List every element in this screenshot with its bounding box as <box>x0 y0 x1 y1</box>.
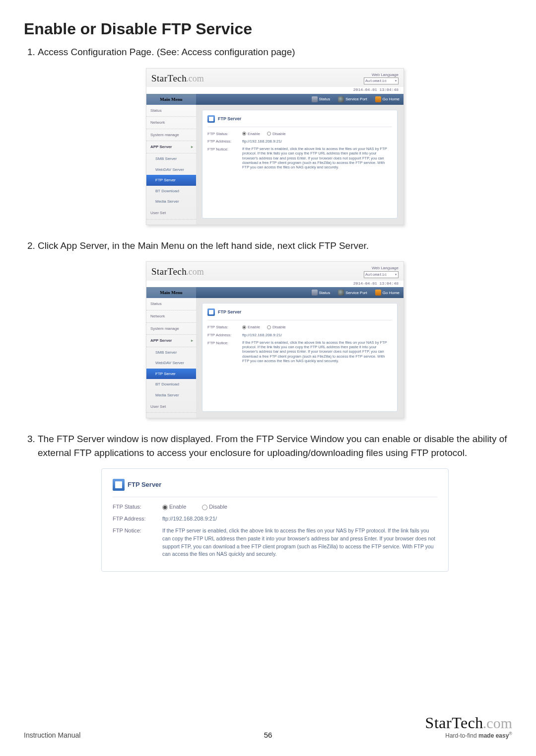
sidebar-item-webdav[interactable]: WebDAV Server <box>146 164 196 175</box>
ftp-address-label: FTP Address: <box>207 139 242 145</box>
tab-go-home[interactable]: Go Home <box>371 94 403 105</box>
status-icon <box>312 96 318 102</box>
ftp-notice-text: If the FTP server is enabled, click the … <box>162 527 437 558</box>
sidebar-item-system[interactable]: System manage <box>146 129 196 142</box>
ftp-status-label: FTP Status: <box>113 503 162 511</box>
app-timestamp: 2014-04-01 13:04:48 <box>146 281 403 288</box>
tab-status[interactable]: Status <box>308 94 335 105</box>
step-1: Access Configuration Page. (See: Access … <box>38 45 512 225</box>
ftp-server-icon <box>113 479 125 491</box>
sidebar-item-smb[interactable]: SMB Server <box>146 347 196 358</box>
sidebar-item-user[interactable]: User Set <box>146 207 196 220</box>
ftp-server-icon <box>207 115 215 123</box>
main-menu-header: Main Menu <box>146 287 196 298</box>
step-3: The FTP Server window is now displayed. … <box>38 432 512 572</box>
status-icon <box>312 290 318 296</box>
step-2: Click App Server, in the Main Menu on th… <box>38 239 512 419</box>
lang-label: Web Language <box>364 265 399 271</box>
sidebar-item-network[interactable]: Network <box>146 310 196 323</box>
sidebar-item-user[interactable]: User Set <box>146 401 196 413</box>
ftp-status-label: FTP Status: <box>207 324 242 330</box>
lang-label: Web Language <box>364 72 399 78</box>
tab-service-port[interactable]: Service Port <box>334 94 371 105</box>
page-title: Enable or Disable FTP Service <box>24 20 512 38</box>
ftp-panel-small: FTP Server FTP Status: Enable Disable FT… <box>202 110 398 219</box>
sidebar-item-webdav[interactable]: WebDAV Server <box>146 358 196 369</box>
tab-service-port[interactable]: Service Port <box>334 287 371 298</box>
tab-go-home[interactable]: Go Home <box>371 287 403 298</box>
app-logo: StarTech.com <box>151 72 204 85</box>
app-logo: StarTech.com <box>151 265 204 279</box>
sidebar-item-media[interactable]: Media Server <box>146 390 196 401</box>
ftp-notice-text: If the FTP server is enabled, click the … <box>242 147 392 170</box>
ftp-enable-radio[interactable]: Enable <box>242 324 260 330</box>
ftp-disable-radio[interactable]: Disable <box>267 324 286 330</box>
footer-page-number: 56 <box>264 731 272 739</box>
sidebar-item-smb[interactable]: SMB Server <box>146 153 196 164</box>
sidebar-item-status[interactable]: Status <box>146 105 196 117</box>
ftp-notice-label: FTP Notice: <box>207 147 242 170</box>
main-menu-header: Main Menu <box>146 94 196 105</box>
lang-select[interactable]: Automatic <box>364 271 399 278</box>
app-timestamp: 2014-04-01 13:04:48 <box>146 87 403 94</box>
side-menu: Status Network System manage APP Server … <box>146 105 196 225</box>
step-1-text: Access Configuration Page. (See: Access … <box>38 47 295 57</box>
app-screenshot-2: StarTech.com Web Language Automatic 2014… <box>146 261 404 418</box>
tab-status[interactable]: Status <box>308 287 335 298</box>
ftp-panel-small: FTP Server FTP Status: Enable Disable FT… <box>202 303 398 412</box>
home-icon <box>375 290 381 296</box>
sidebar-item-ftp[interactable]: FTP Server <box>146 369 196 379</box>
ftp-server-icon <box>207 308 215 316</box>
ftp-address-link[interactable]: ftp://192.168.208.9:21/ <box>242 139 282 145</box>
ftp-notice-label: FTP Notice: <box>207 340 242 364</box>
footer-logo: StarTech.com Hard-to-find made easy® <box>425 714 512 739</box>
ftp-header: FTP Server <box>128 480 161 490</box>
ftp-address-label: FTP Address: <box>207 332 242 338</box>
sidebar-item-bt[interactable]: BT Download <box>146 379 196 390</box>
ftp-enable-radio[interactable]: Enable <box>162 503 186 511</box>
ftp-address-label: FTP Address: <box>113 515 162 523</box>
side-menu: Status Network System manage APP Server … <box>146 298 196 418</box>
sidebar-item-media[interactable]: Media Server <box>146 196 196 207</box>
sidebar-item-network[interactable]: Network <box>146 117 196 129</box>
ftp-notice-label: FTP Notice: <box>113 527 162 558</box>
sidebar-item-status[interactable]: Status <box>146 298 196 310</box>
sidebar-item-bt[interactable]: BT Download <box>146 186 196 197</box>
step-2-text: Click App Server, in the Main Menu on th… <box>38 240 369 251</box>
ftp-address-link[interactable]: ftp://192.168.208.9:21/ <box>242 332 282 338</box>
ftp-enable-radio[interactable]: Enable <box>242 131 260 137</box>
page-footer: Instruction Manual 56 StarTech.com Hard-… <box>24 714 512 739</box>
ftp-notice-text: If the FTP server is enabled, click the … <box>242 340 392 364</box>
footer-left: Instruction Manual <box>24 731 80 739</box>
ftp-status-label: FTP Status: <box>207 131 242 137</box>
sidebar-item-app-server[interactable]: APP Server <box>146 335 196 347</box>
service-port-icon <box>338 290 344 296</box>
ftp-disable-radio[interactable]: Disable <box>202 503 227 511</box>
step-3-text: The FTP Server window is now displayed. … <box>38 434 507 458</box>
service-port-icon <box>338 96 344 102</box>
sidebar-item-app-server[interactable]: APP Server <box>146 141 196 153</box>
home-icon <box>375 96 381 102</box>
ftp-panel-large: FTP Server FTP Status: Enable Disable FT… <box>101 468 449 572</box>
ftp-header: FTP Server <box>218 116 241 122</box>
sidebar-item-ftp[interactable]: FTP Server <box>146 175 196 186</box>
lang-select[interactable]: Automatic <box>364 77 399 84</box>
ftp-address-link[interactable]: ftp://192.168.208.9:21/ <box>162 515 217 523</box>
footer-tagline: Hard-to-find made easy® <box>425 731 512 739</box>
steps-list: Access Configuration Page. (See: Access … <box>24 45 512 572</box>
sidebar-item-system[interactable]: System manage <box>146 323 196 335</box>
app-screenshot-1: StarTech.com Web Language Automatic 2014… <box>146 68 404 225</box>
ftp-disable-radio[interactable]: Disable <box>267 131 286 137</box>
ftp-header: FTP Server <box>218 309 241 315</box>
